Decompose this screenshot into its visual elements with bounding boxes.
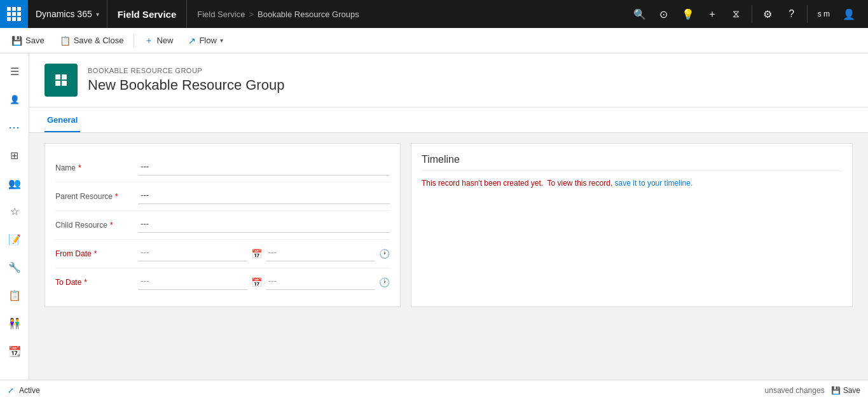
new-label: New [156, 36, 173, 45]
field-name: Name* --- [55, 154, 390, 183]
flow-chevron-icon: ▾ [220, 37, 223, 44]
top-navigation: Dynamics 365 ▾ Field Service Field Servi… [0, 0, 868, 28]
status-save-icon: 💾 [831, 386, 841, 395]
save-button[interactable]: 💾 Save [5, 31, 51, 51]
add-icon[interactable]: ＋ [701, 3, 724, 25]
from-date-group: --- 📅 --- 🕐 [138, 246, 390, 261]
field-child-resource-input[interactable]: --- [138, 217, 390, 233]
content-area: BOOKABLE RESOURCE GROUP New Bookable Res… [29, 53, 868, 380]
breadcrumb-current: Bookable Resource Groups [258, 10, 359, 19]
calendar-icon-to[interactable]: 📅 [251, 277, 262, 287]
page-header: BOOKABLE RESOURCE GROUP New Bookable Res… [29, 53, 868, 107]
save-icon: 💾 [11, 36, 22, 46]
fieldservice-label: Field Service [118, 9, 177, 20]
waffle-icon [7, 7, 21, 21]
sidebar-item-more[interactable]: ⋯ [2, 114, 27, 140]
sidebar-item-home[interactable]: 👤 [2, 86, 27, 112]
save-close-button[interactable]: 📋 Save & Close [53, 31, 130, 51]
entity-title: New Bookable Resource Group [88, 77, 284, 93]
help-icon[interactable]: ? [780, 3, 803, 25]
top-nav-icons: 🔍 ⊙ 💡 ＋ ⧖ ⚙ ? s m 👤 [628, 3, 868, 25]
sidebar: ☰ 👤 ⋯ ⊞ 👥 ☆ 📝 🔧 📋 👫 📆 [0, 53, 29, 380]
sidebar-item-accounts[interactable]: 👥 [2, 170, 27, 196]
breadcrumb-home[interactable]: Field Service [197, 10, 245, 19]
field-name-input[interactable]: --- [138, 160, 390, 176]
sidebar-item-favorites[interactable]: ☆ [2, 198, 27, 224]
entity-icon [45, 64, 78, 97]
field-child-resource: Child Resource* --- [55, 211, 390, 240]
main-layout: ☰ 👤 ⋯ ⊞ 👥 ☆ 📝 🔧 📋 👫 📆 BOOKABLE RESOURCE … [0, 53, 868, 380]
sidebar-item-resources[interactable]: 🔧 [2, 254, 27, 280]
to-date-input[interactable]: --- [138, 275, 247, 290]
flow-icon: ↗ [188, 36, 196, 46]
to-time-input[interactable]: --- [266, 275, 375, 290]
timeline-save-link[interactable]: save it to your timeline. [615, 179, 693, 188]
task-icon[interactable]: ⊙ [652, 3, 675, 25]
sidebar-item-dashboard[interactable]: ⊞ [2, 142, 27, 168]
form-content: Name* --- Parent Resource* --- Child Res… [29, 133, 868, 317]
status-save-button[interactable]: 💾 Save [831, 386, 860, 395]
timeline-section: Timeline This record hasn't been created… [411, 143, 853, 307]
clock-icon-from[interactable]: 🕐 [379, 249, 390, 259]
breadcrumb-separator: > [249, 10, 254, 19]
svg-rect-1 [62, 74, 67, 79]
status-right: unsaved changes 💾 Save [765, 386, 860, 395]
field-from-date: From Date* --- 📅 --- 🕐 [55, 240, 390, 268]
fieldservice-nav[interactable]: Field Service [107, 0, 188, 28]
filter-icon[interactable]: ⧖ [725, 3, 748, 25]
calendar-icon-from[interactable]: 📅 [251, 249, 262, 259]
sidebar-item-menu[interactable]: ☰ [2, 59, 27, 84]
form-section-main: Name* --- Parent Resource* --- Child Res… [45, 143, 401, 307]
resource-group-icon [53, 72, 69, 88]
tab-general[interactable]: General [45, 107, 80, 132]
settings-icon[interactable]: ⚙ [756, 3, 779, 25]
breadcrumb: Field Service > Bookable Resource Groups [187, 10, 628, 19]
command-bar: 💾 Save 📋 Save & Close ＋ New ↗ Flow ▾ [0, 28, 868, 53]
save-close-label: Save & Close [74, 36, 124, 45]
search-icon[interactable]: 🔍 [628, 3, 651, 25]
from-date-input[interactable]: --- [138, 246, 247, 261]
user-icon[interactable]: 👤 [837, 3, 860, 25]
nav-divider2 [807, 5, 808, 23]
sidebar-item-cases[interactable]: 📝 [2, 226, 27, 252]
required-indicator4: * [94, 249, 97, 258]
field-to-date-label: To Date* [55, 278, 138, 287]
chevron-down-icon: ▾ [96, 11, 99, 18]
flow-button[interactable]: ↗ Flow ▾ [182, 31, 229, 51]
cmd-divider [134, 34, 134, 48]
sidebar-item-calendar[interactable]: 📆 [2, 338, 27, 364]
sidebar-item-teams[interactable]: 👫 [2, 310, 27, 336]
nav-divider [752, 5, 752, 23]
required-indicator2: * [115, 192, 118, 201]
new-button[interactable]: ＋ New [138, 31, 179, 51]
svg-rect-0 [55, 74, 60, 79]
waffle-menu[interactable] [0, 0, 28, 28]
clock-icon-to[interactable]: 🕐 [379, 277, 390, 287]
entity-type: BOOKABLE RESOURCE GROUP [88, 67, 284, 74]
field-to-date: To Date* --- 📅 --- 🕐 [55, 268, 390, 296]
field-parent-resource: Parent Resource* --- [55, 183, 390, 211]
required-indicator: * [78, 163, 81, 172]
flow-label: Flow [199, 36, 216, 45]
status-bar: ⤢ Active unsaved changes 💾 Save [0, 380, 868, 400]
entity-labels: BOOKABLE RESOURCE GROUP New Bookable Res… [88, 67, 284, 93]
status-save-label: Save [843, 386, 860, 395]
status-left: ⤢ Active [8, 386, 40, 395]
field-parent-resource-input[interactable]: --- [138, 189, 390, 204]
svg-rect-3 [62, 81, 67, 86]
field-child-resource-label: Child Resource* [55, 221, 138, 230]
sidebar-item-schedule[interactable]: 📋 [2, 282, 27, 308]
save-label: Save [25, 36, 45, 45]
required-indicator3: * [110, 221, 113, 230]
field-name-label: Name* [55, 163, 138, 172]
field-from-date-label: From Date* [55, 249, 138, 258]
required-indicator5: * [84, 278, 87, 287]
user-avatar[interactable]: s m [811, 10, 836, 18]
dynamics365-nav[interactable]: Dynamics 365 ▾ [28, 0, 107, 28]
expand-icon[interactable]: ⤢ [8, 386, 14, 395]
lightbulb-icon[interactable]: 💡 [677, 3, 699, 25]
from-time-input[interactable]: --- [266, 246, 375, 261]
status-active: Active [19, 386, 40, 395]
to-date-group: --- 📅 --- 🕐 [138, 275, 390, 290]
tabs-bar: General [29, 107, 868, 133]
